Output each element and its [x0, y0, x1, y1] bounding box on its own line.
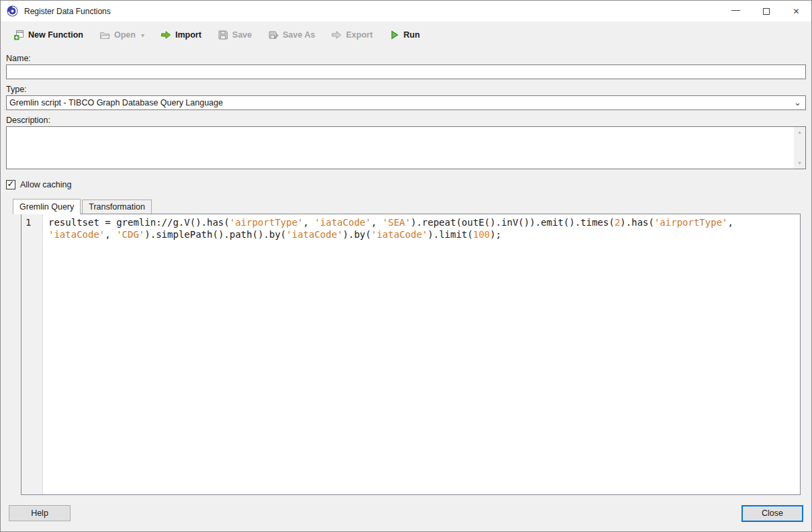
open-button[interactable]: Open ▾	[93, 26, 150, 44]
toolbar-button-label: New Function	[28, 30, 83, 40]
export-icon	[331, 30, 342, 40]
editor-tabs: Gremlin Query Transformation	[13, 198, 806, 214]
maximize-button[interactable]	[751, 1, 781, 21]
import-button[interactable]: Import	[154, 26, 208, 44]
chevron-down-icon: ▾	[141, 32, 144, 39]
maximize-icon	[763, 8, 770, 15]
toolbar-button-label: Import	[175, 30, 201, 40]
new-function-icon	[13, 30, 24, 40]
type-select[interactable]: Gremlin script - TIBCO Graph Database Qu…	[6, 95, 806, 110]
name-input[interactable]	[6, 64, 806, 79]
description-scrollbar[interactable]: ▲ ▼	[794, 127, 805, 169]
allow-caching-checkbox[interactable]: ✓ Allow caching	[6, 179, 806, 190]
run-icon	[389, 30, 400, 40]
app-logo-icon	[7, 5, 18, 17]
titlebar: Register Data Functions — ✕	[1, 1, 811, 21]
toolbar-button-label: Run	[404, 30, 420, 40]
checkbox-box[interactable]: ✓	[6, 180, 15, 189]
close-window-button[interactable]: ✕	[781, 1, 811, 21]
tab-gremlin-query[interactable]: Gremlin Query	[13, 199, 81, 214]
dialog-content: Name: Type: Gremlin script - TIBCO Graph…	[1, 48, 811, 495]
export-button[interactable]: Export	[325, 26, 379, 44]
description-label: Description:	[6, 116, 806, 126]
run-button[interactable]: Run	[383, 26, 426, 44]
toolbar: New Function Open ▾ Import	[1, 21, 811, 48]
toolbar-button-label: Export	[346, 30, 373, 40]
gremlin-query-editor[interactable]: 1 resultset = gremlin://g.V().has('airpo…	[21, 214, 801, 495]
save-icon	[218, 30, 228, 40]
scroll-down-icon[interactable]: ▼	[797, 160, 802, 167]
save-button[interactable]: Save	[212, 26, 258, 44]
minimize-icon: —	[731, 5, 740, 15]
description-input[interactable]: ▲ ▼	[6, 126, 806, 169]
allow-caching-label: Allow caching	[20, 180, 71, 189]
open-folder-icon	[99, 30, 110, 40]
new-function-button[interactable]: New Function	[7, 26, 89, 44]
line-number: 1	[26, 217, 31, 228]
type-select-value: Gremlin script - TIBCO Graph Database Qu…	[9, 98, 223, 107]
chevron-down-icon: ⌄	[794, 97, 801, 109]
toolbar-button-label: Save As	[283, 30, 315, 40]
code-content[interactable]: resultset = gremlin://g.V().has('airport…	[43, 214, 800, 494]
register-data-functions-dialog: Register Data Functions — ✕	[0, 0, 812, 532]
toolbar-button-label: Save	[232, 30, 252, 40]
help-button[interactable]: Help	[9, 505, 71, 521]
window-title: Register Data Functions	[24, 7, 111, 16]
check-icon: ✓	[7, 179, 15, 189]
save-as-icon	[268, 30, 279, 40]
window-controls: — ✕	[721, 1, 811, 21]
type-label: Type:	[6, 85, 806, 95]
close-icon: ✕	[793, 7, 799, 16]
save-as-button[interactable]: Save As	[262, 26, 321, 44]
name-label: Name:	[6, 54, 806, 64]
minimize-button[interactable]: —	[721, 1, 751, 21]
scroll-up-icon[interactable]: ▲	[797, 129, 802, 136]
line-number-gutter: 1	[21, 214, 43, 494]
import-icon	[161, 30, 171, 40]
toolbar-button-label: Open	[114, 30, 136, 40]
tab-transformation[interactable]: Transformation	[82, 200, 152, 214]
dialog-footer: Help Close	[1, 495, 811, 531]
close-button[interactable]: Close	[741, 505, 803, 522]
